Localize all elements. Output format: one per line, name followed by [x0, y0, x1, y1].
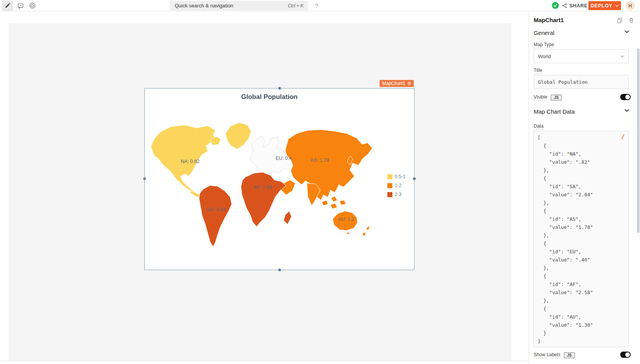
legend-item: 2-3: [387, 192, 405, 197]
properties-panel: MapChart1 General Map Type World Title V…: [529, 11, 640, 364]
visible-switch[interactable]: [620, 94, 631, 100]
code-line: {: [538, 207, 624, 215]
quick-search-input[interactable]: Quick search & navigation Ctrl + K: [170, 1, 308, 10]
chevron-down-icon: [615, 5, 619, 7]
code-line: {: [538, 239, 624, 248]
title-label: Title: [534, 68, 542, 74]
js-toggle-show-labels[interactable]: JS: [564, 352, 575, 358]
legend-item: 1-2: [387, 183, 405, 188]
resize-handle-right[interactable]: [413, 177, 416, 180]
comments-button[interactable]: [16, 0, 26, 11]
map-region-tasmania[interactable]: [347, 232, 350, 234]
edit-data-icon[interactable]: /: [621, 133, 625, 140]
code-line: "value": "1.30": [538, 321, 624, 329]
code-line: },: [538, 231, 624, 239]
map-region-madagascar[interactable]: [284, 211, 291, 224]
code-line: "value": ".40": [538, 256, 624, 264]
visible-property-row: Visible JS: [534, 94, 629, 101]
help-button[interactable]: ?: [312, 1, 321, 10]
gear-icon[interactable]: ⚙: [407, 81, 411, 86]
widget-tag-label: MapChart1: [382, 81, 405, 86]
show-labels-switch[interactable]: [620, 352, 631, 358]
map-type-select[interactable]: World: [534, 49, 629, 63]
map-label-au: AU: 1.3: [338, 217, 354, 222]
search-shortcut: Ctrl + K: [288, 3, 304, 9]
code-line: "id": "AU",: [538, 313, 624, 321]
map-type-label: Map Type: [534, 42, 554, 48]
map-region-north-america[interactable]: [151, 125, 216, 192]
widget-name-tag[interactable]: MapChart1 ⚙: [380, 80, 414, 87]
comment-icon: [17, 3, 24, 9]
code-line: {: [538, 272, 624, 280]
user-avatar[interactable]: H: [626, 1, 635, 10]
section-map-chart-data[interactable]: Map Chart Data: [534, 108, 575, 115]
top-bar: Quick search & navigation Ctrl + K ? SHA…: [0, 0, 640, 11]
concentric-circles-icon: [29, 2, 36, 9]
code-line: "id": "AS",: [538, 215, 624, 223]
edit-mode-button[interactable]: [2, 0, 13, 11]
legend: 0.5-1 1-2 2-3: [387, 174, 405, 197]
code-line: {: [538, 305, 624, 313]
code-line: ]: [538, 337, 624, 345]
resize-handle-top[interactable]: [278, 87, 281, 90]
map-region-greenland[interactable]: [225, 123, 251, 149]
resize-handle-bottom[interactable]: [278, 269, 281, 271]
code-line: },: [538, 166, 624, 174]
legend-item: 0.5-1: [387, 174, 405, 179]
code-line: "value": "1.78": [538, 223, 624, 231]
switch-knob: [625, 95, 630, 99]
code-line: },: [538, 199, 624, 207]
map-region-se-asia-islands[interactable]: [322, 196, 346, 209]
chevron-down-icon[interactable]: [624, 30, 629, 33]
map-region-south-america[interactable]: [199, 185, 232, 247]
mapchart-widget[interactable]: MapChart1 ⚙ Global Population: [144, 88, 415, 270]
chevron-down-icon: [620, 55, 624, 58]
code-line: "id": "AF",: [538, 280, 624, 288]
show-labels-property-row: Show Labels JS: [534, 351, 629, 359]
title-input[interactable]: [534, 75, 629, 89]
code-line: "id": "SA",: [538, 182, 624, 191]
legend-swatch-yellow: [387, 174, 392, 179]
widget-name-heading: MapChart1: [534, 17, 564, 23]
share-button[interactable]: SHARE: [562, 0, 588, 11]
share-icon: [562, 3, 567, 8]
resize-handle-left[interactable]: [143, 177, 146, 180]
code-line: },: [538, 264, 624, 272]
map-region-new-zealand[interactable]: [362, 226, 370, 237]
data-code-editor[interactable]: [ { "id": "NA", "value": ".82" }, { "id"…: [533, 131, 629, 347]
legend-label: 0.5-1: [395, 174, 405, 179]
share-label: SHARE: [569, 3, 588, 9]
chevron-down-icon[interactable]: [624, 109, 629, 112]
map-region-asia[interactable]: [285, 130, 372, 200]
code-line: },: [538, 296, 624, 305]
pencil-icon: [5, 3, 10, 9]
deploy-button[interactable]: DEPLOY: [588, 1, 621, 10]
map-label-af: AF: 2.58: [253, 185, 272, 190]
data-label: Data: [534, 123, 543, 130]
deploy-label: DEPLOY: [591, 3, 612, 9]
code-line: "id": "EU",: [538, 248, 624, 256]
legend-label: 2-3: [395, 192, 401, 197]
map-label-as: AS: 1.78: [310, 158, 329, 163]
switch-knob: [625, 352, 630, 357]
section-general[interactable]: General: [534, 29, 554, 36]
copy-widget-button[interactable]: [617, 17, 623, 23]
map-label-sa: SA: 2.04: [207, 207, 225, 212]
question-mark-icon: ?: [315, 2, 318, 9]
chart-title: Global Population: [145, 93, 394, 101]
code-line: "value": ".82": [538, 158, 624, 166]
preview-mode-button[interactable]: [27, 0, 37, 11]
code-line: "id": "NA",: [538, 150, 624, 158]
search-placeholder: Quick search & navigation: [175, 3, 288, 9]
code-line: {: [538, 142, 624, 150]
code-line: [: [538, 133, 624, 142]
world-map: NA: 0.82 EU: 0.4 AS: 1.78 AF: 2.58 SA: 2…: [149, 122, 382, 252]
code-line: {: [538, 174, 624, 182]
map-type-value: World: [538, 54, 551, 59]
js-toggle-visible[interactable]: JS: [551, 95, 562, 101]
legend-swatch-dark-orange: [387, 192, 392, 197]
legend-label: 1-2: [395, 183, 401, 188]
delete-widget-button[interactable]: [628, 17, 634, 23]
panel-scrollbar[interactable]: [637, 49, 640, 233]
map-region-africa[interactable]: [241, 172, 286, 227]
